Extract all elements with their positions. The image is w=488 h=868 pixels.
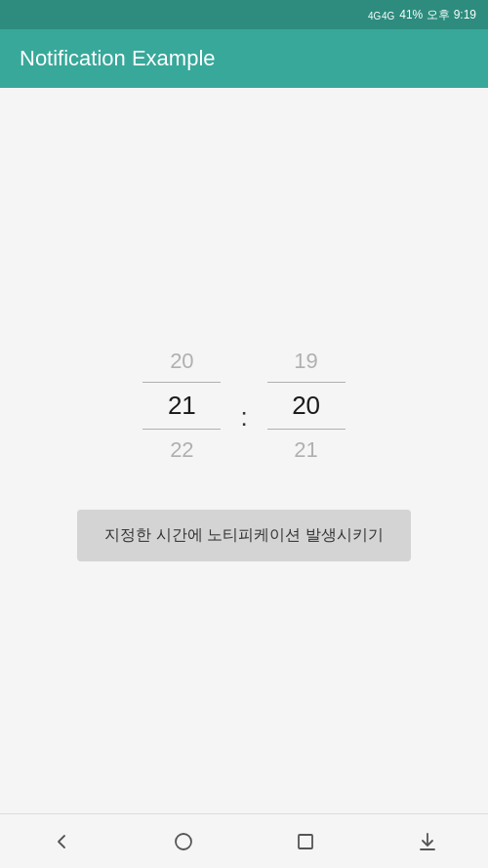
svg-rect-3 — [299, 835, 312, 848]
hours-column[interactable]: 20 21 22 — [142, 341, 221, 471]
minutes-next: 21 — [294, 430, 317, 471]
minutes-current[interactable]: 20 — [292, 383, 320, 429]
recents-button[interactable] — [292, 828, 319, 855]
download-button[interactable] — [414, 828, 441, 855]
status-icons: 4G 4G 41% 오후 9:19 — [368, 7, 476, 23]
app-title: Notification Example — [20, 46, 216, 71]
battery-text: 41% — [399, 8, 423, 21]
svg-point-2 — [176, 834, 191, 849]
time-text: 오후 9:19 — [427, 7, 476, 23]
time-separator: : — [240, 402, 247, 433]
notification-button[interactable]: 지정한 시간에 노티피케이션 발생시키기 — [77, 510, 410, 561]
back-button[interactable] — [48, 828, 75, 855]
network-type: 4G 4G — [368, 8, 395, 22]
hours-prev: 20 — [170, 341, 193, 382]
hours-next: 22 — [170, 430, 193, 471]
status-bar: 4G 4G 41% 오후 9:19 — [0, 0, 488, 29]
minutes-prev: 19 — [294, 341, 317, 382]
main-content: 20 21 22 : 19 20 21 지정한 시간에 노티피케이션 발생시키기 — [0, 88, 488, 813]
time-picker[interactable]: 20 21 22 : 19 20 21 — [142, 341, 345, 471]
home-button[interactable] — [170, 828, 197, 855]
svg-text:4G: 4G — [382, 11, 395, 21]
hours-current[interactable]: 21 — [168, 383, 196, 429]
svg-text:4G: 4G — [368, 11, 382, 21]
minutes-column[interactable]: 19 20 21 — [267, 341, 346, 471]
app-bar: Notification Example — [0, 29, 488, 88]
nav-bar — [0, 813, 488, 868]
